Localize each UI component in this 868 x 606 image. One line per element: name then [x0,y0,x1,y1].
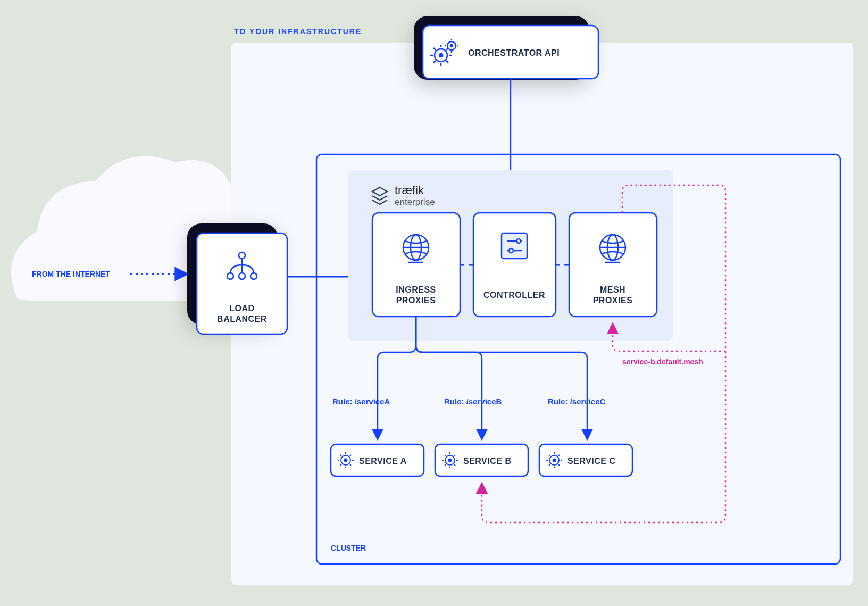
controller-icon [502,233,527,259]
svg-point-17 [509,248,513,253]
to-infra-label: TO YOUR INFRASTRUCTURE [234,27,362,36]
rule-a-label: Rule: /serviceA [332,397,390,406]
service-c-label: SERVICE C [567,456,615,466]
traefik-brand-label: træfik [395,184,424,197]
svg-point-3 [450,45,453,47]
svg-point-27 [553,459,556,462]
controller-label: CONTROLLER [483,290,545,300]
ingress-label-1: INGRESS [396,285,436,294]
svg-point-23 [345,459,347,462]
cluster-label: CLUSTER [331,544,366,552]
svg-point-15 [516,239,521,243]
rule-c-label: Rule: /serviceC [548,397,606,406]
svg-rect-13 [502,233,527,259]
load-balancer-label-1: LOAD [229,304,254,313]
mesh-label-2: PROXIES [593,296,633,305]
ingress-label-2: PROXIES [396,296,436,305]
controller-box [473,213,556,317]
rule-b-label: Rule: /serviceB [444,397,502,406]
service-b-label: SERVICE B [463,456,511,466]
orchestrator-label: ORCHESTRATOR API [468,48,560,57]
svg-point-1 [439,54,443,57]
diagram-canvas: FROM THE INTERNET TO YOUR INFRASTRUCTURE… [0,0,868,606]
service-a-label: SERVICE A [359,456,407,466]
from-internet-label: FROM THE INTERNET [32,270,110,278]
traefik-enterprise-label: enterprise [395,197,435,207]
mesh-route-label: service-b.default.mesh [622,358,703,366]
mesh-label-1: MESH [600,285,625,294]
svg-point-25 [449,459,452,462]
load-balancer-label-2: BALANCER [217,314,267,323]
